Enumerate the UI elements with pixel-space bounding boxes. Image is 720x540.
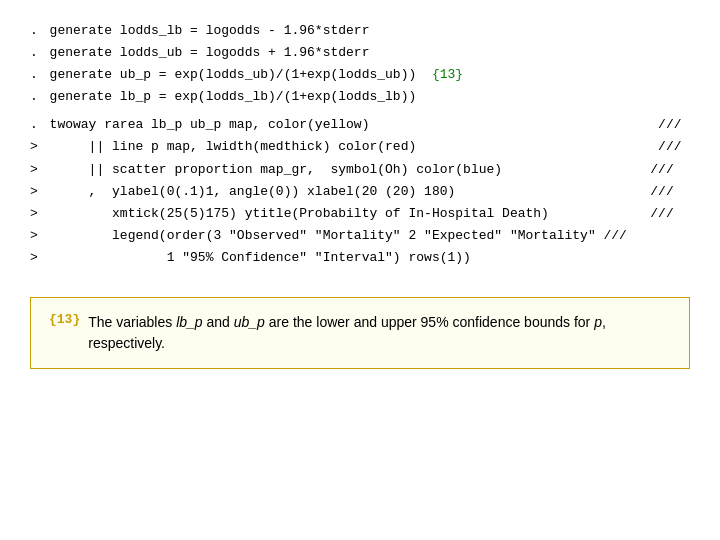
prompt-tw3: >: [30, 159, 38, 181]
note-italic-lb: lb_p: [176, 314, 202, 330]
prompt-tw5: >: [30, 203, 38, 225]
prompt-tw6: >: [30, 225, 38, 247]
prompt-tw4: >: [30, 181, 38, 203]
note-number: {13}: [49, 312, 80, 327]
bullet-2: .: [30, 42, 38, 64]
code-line-1: . generate lodds_lb = logodds - 1.96*std…: [30, 20, 690, 42]
code-line-tw3: > || scatter proportion map_gr, symbol(O…: [30, 159, 690, 181]
code-line-tw5: > xmtick(25(5)175) ytitle(Probabilty of …: [30, 203, 690, 225]
code-text-1: generate lodds_lb = logodds - 1.96*stder…: [42, 20, 370, 42]
code-text-tw2: || line p map, lwidth(medthick) color(re…: [42, 136, 682, 158]
code-text-3: generate ub_p = exp(lodds_ub)/(1+exp(lod…: [42, 64, 432, 86]
code-line-tw7: > 1 "95% Confidence" "Interval") rows(1)…: [30, 247, 690, 269]
bullet-3: .: [30, 64, 38, 86]
code-text-tw3: || scatter proportion map_gr, symbol(Oh)…: [42, 159, 674, 181]
code-line-3: . generate ub_p = exp(lodds_ub)/(1+exp(l…: [30, 64, 690, 86]
note-italic-p: p: [594, 314, 602, 330]
code-text-4: generate lb_p = exp(lodds_lb)/(1+exp(lod…: [42, 86, 416, 108]
code-text-2: generate lodds_ub = logodds + 1.96*stder…: [42, 42, 370, 64]
bullet-tw: .: [30, 114, 38, 136]
code-block: . generate lodds_lb = logodds - 1.96*std…: [30, 20, 690, 269]
prompt-tw7: >: [30, 247, 38, 269]
prompt-tw2: >: [30, 136, 38, 158]
code-line-4: . generate lb_p = exp(lodds_lb)/(1+exp(l…: [30, 86, 690, 108]
code-text-tw7: 1 "95% Confidence" "Interval") rows(1)): [42, 247, 471, 269]
code-line-tw2: > || line p map, lwidth(medthick) color(…: [30, 136, 690, 158]
note-italic-ub: ub_p: [234, 314, 265, 330]
code-line-2: . generate lodds_ub = logodds + 1.96*std…: [30, 42, 690, 64]
code-text-tw5: xmtick(25(5)175) ytitle(Probabilty of In…: [42, 203, 674, 225]
code-line-tw4: > , ylabel(0(.1)1, angle(0)) xlabel(20 (…: [30, 181, 690, 203]
note-box: {13} The variables lb_p and ub_p are the…: [30, 297, 690, 369]
code-text-tw: twoway rarea lb_p ub_p map, color(yellow…: [42, 114, 682, 136]
bullet-1: .: [30, 20, 38, 42]
bullet-4: .: [30, 86, 38, 108]
code-text-tw6: legend(order(3 "Observed" "Mortality" 2 …: [42, 225, 627, 247]
code-line-tw6: > legend(order(3 "Observed" "Mortality" …: [30, 225, 690, 247]
code-text-tw4: , ylabel(0(.1)1, angle(0)) xlabel(20 (20…: [42, 181, 674, 203]
annotation-13: {13}: [432, 64, 463, 86]
note-text: The variables lb_p and ub_p are the lowe…: [88, 312, 671, 354]
code-line-twoway: . twoway rarea lb_p ub_p map, color(yell…: [30, 114, 690, 136]
